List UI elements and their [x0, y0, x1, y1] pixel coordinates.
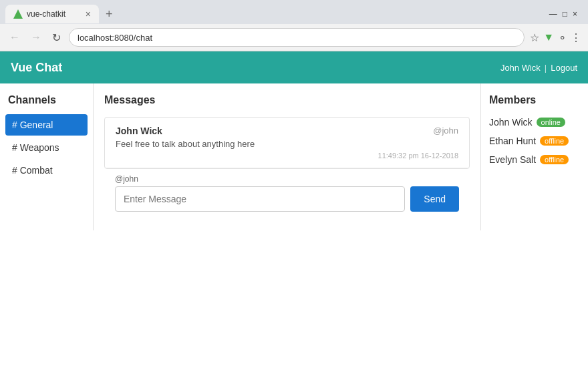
menu-icon[interactable]: ⋮	[571, 31, 581, 44]
members-panel: Members John Wick online Ethan Hunt offl…	[481, 83, 588, 230]
messages-area: Messages John Wick @john Feel free to ta…	[94, 83, 481, 230]
tab-favicon-icon	[13, 9, 23, 19]
browser-chrome: vue-chatkit × + — □ × ← → ↻ localhost:80…	[0, 0, 588, 51]
address-bar-row: ← → ↻ localhost:8080/chat ☆ ▼ ⚬ ⋮	[0, 24, 588, 51]
active-tab[interactable]: vue-chatkit ×	[5, 5, 99, 23]
minimize-button[interactable]: —	[549, 9, 557, 19]
input-handle: @john	[115, 174, 459, 184]
member-name-ethan: Ethan Hunt	[489, 136, 536, 146]
tab-bar: vue-chatkit × + — □ ×	[0, 0, 588, 24]
address-bar[interactable]: localhost:8080/chat	[69, 28, 525, 47]
message-text: Feel free to talk about anything here	[116, 139, 458, 149]
main-layout: Channels # General # Weapons # Combat Me…	[0, 83, 588, 230]
bookmark-icon[interactable]: ☆	[530, 31, 539, 44]
app: Vue Chat John Wick | Logout Channels # G…	[0, 51, 588, 388]
url-text: localhost:8080/chat	[78, 33, 152, 43]
status-badge: offline	[540, 136, 569, 146]
pipe-separator: |	[545, 63, 547, 73]
status-badge: offline	[540, 155, 569, 164]
tab-title: vue-chatkit	[27, 9, 82, 19]
extension-icon[interactable]: ▼	[543, 31, 554, 43]
app-title: Vue Chat	[11, 61, 500, 75]
channel-item-combat[interactable]: # Combat	[5, 160, 88, 181]
members-title: Members	[489, 94, 580, 106]
channel-label-weapons: # Weapons	[12, 142, 59, 153]
channel-label-general: # General	[12, 120, 53, 130]
send-button[interactable]: Send	[410, 186, 459, 212]
message-input[interactable]	[115, 186, 405, 212]
new-tab-button[interactable]: +	[102, 7, 117, 21]
tab-close-icon[interactable]: ×	[86, 9, 91, 19]
channels-title: Channels	[5, 94, 88, 106]
message-header: John Wick @john	[116, 126, 458, 136]
member-name-evelyn: Evelyn Salt	[489, 154, 536, 165]
account-icon[interactable]: ⚬	[558, 31, 567, 44]
message-author: John Wick	[116, 126, 162, 136]
message-handle: @john	[433, 126, 458, 136]
maximize-button[interactable]: □	[563, 9, 567, 19]
sidebar: Channels # General # Weapons # Combat	[0, 83, 94, 230]
list-item: Ethan Hunt offline	[489, 136, 580, 146]
list-item: Evelyn Salt offline	[489, 154, 580, 165]
input-area: @john Send	[104, 169, 470, 220]
messages-scroll[interactable]: John Wick @john Feel free to talk about …	[104, 117, 470, 169]
message-time: 11:49:32 pm 16-12-2018	[116, 152, 458, 160]
channel-item-general[interactable]: # General	[5, 114, 88, 136]
table-row: John Wick @john Feel free to talk about …	[105, 118, 469, 168]
user-info: John Wick | Logout	[500, 63, 577, 73]
logout-button[interactable]: Logout	[551, 63, 577, 73]
refresh-button[interactable]: ↻	[49, 30, 63, 45]
forward-button[interactable]: →	[28, 30, 44, 45]
channel-label-combat: # Combat	[12, 165, 53, 176]
list-item: John Wick online	[489, 117, 580, 128]
logged-in-user: John Wick	[500, 63, 541, 73]
address-bar-icons: ☆ ▼ ⚬ ⋮	[530, 31, 581, 44]
top-nav: Vue Chat John Wick | Logout	[0, 51, 588, 83]
messages-title: Messages	[104, 94, 470, 106]
window-controls: — □ ×	[549, 9, 583, 19]
status-badge: online	[537, 118, 565, 127]
channel-item-weapons[interactable]: # Weapons	[5, 137, 88, 158]
close-window-button[interactable]: ×	[573, 9, 577, 19]
message-input-row: Send	[115, 186, 459, 212]
member-name-john: John Wick	[489, 117, 533, 128]
back-button[interactable]: ←	[7, 30, 23, 45]
